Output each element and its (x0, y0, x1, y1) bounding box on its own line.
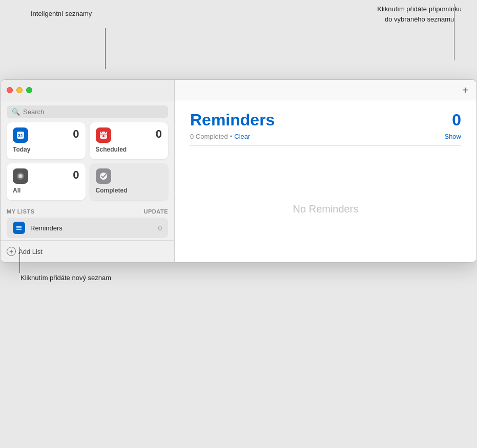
my-lists-title: My Lists (7, 208, 35, 215)
annotation-line-smart-lists (105, 28, 106, 69)
update-button[interactable]: UPDATE (144, 208, 168, 215)
smart-list-all[interactable]: 0 All (7, 163, 86, 200)
main-content: + Reminders 0 0 Completed • Clear Show N… (175, 80, 476, 262)
minimize-button[interactable] (16, 87, 23, 93)
my-lists-section: My Lists UPDATE Reminders 0 (1, 204, 174, 240)
sidebar: 🔍 31 0 Today (1, 80, 175, 262)
completed-bar: 0 Completed • Clear Show (190, 133, 461, 146)
list-item-reminders[interactable]: Reminders 0 (7, 218, 168, 238)
reminders-list-icon (13, 222, 25, 234)
completed-text: 0 Completed (190, 133, 228, 140)
empty-state: No Reminders (190, 156, 461, 262)
scheduled-count: 0 (156, 127, 162, 141)
list-count-reminders: 0 (158, 224, 162, 232)
completed-label: Completed (96, 187, 162, 194)
smart-list-completed[interactable]: Completed (90, 163, 169, 200)
add-list-label: Add List (18, 248, 43, 255)
all-count: 0 (73, 168, 79, 182)
reminders-title: Reminders (190, 111, 275, 130)
search-icon: 🔍 (12, 108, 20, 116)
app-window: 🔍 31 0 Today (0, 79, 477, 263)
smart-lists-grid: 31 0 Today (1, 122, 174, 204)
dot-separator: • (230, 133, 233, 140)
today-count: 0 (73, 127, 79, 141)
today-label: Today (13, 146, 79, 153)
show-button[interactable]: Show (444, 133, 461, 140)
titlebar (1, 80, 174, 100)
search-bar[interactable]: 🔍 (7, 105, 168, 118)
annotation-add-list: Kliknutím přidáte nový seznam (10, 268, 477, 287)
annotation-add-reminder: Kliknutím přidáte připomínku do vybranéh… (377, 4, 462, 24)
add-list-icon: + (7, 247, 16, 256)
clear-button[interactable]: Clear (234, 133, 250, 140)
annotation-line-add-list (19, 247, 20, 273)
main-header: Reminders 0 (190, 111, 461, 130)
smart-list-scheduled[interactable]: 0 Scheduled (90, 122, 169, 159)
add-list-button[interactable]: + Add List (7, 247, 43, 256)
svg-text:31: 31 (18, 133, 23, 138)
add-reminder-button[interactable]: + (462, 85, 468, 95)
annotation-smart-lists: Inteligentní seznamy (31, 9, 92, 18)
search-input[interactable] (23, 108, 163, 116)
close-button[interactable] (7, 87, 13, 93)
today-icon: 31 (13, 127, 28, 143)
annotation-line-add-reminder (454, 4, 454, 60)
completed-icon (96, 168, 111, 184)
main-body: Reminders 0 0 Completed • Clear Show No … (175, 100, 476, 262)
scheduled-icon (96, 127, 111, 143)
svg-point-8 (18, 174, 23, 178)
main-toolbar: + (175, 80, 476, 100)
svg-point-6 (102, 135, 105, 137)
scheduled-label: Scheduled (96, 146, 162, 153)
smart-list-today[interactable]: 31 0 Today (7, 122, 86, 159)
sidebar-footer: + Add List (1, 240, 174, 262)
all-label: All (13, 187, 79, 194)
my-lists-header: My Lists UPDATE (7, 208, 168, 215)
list-name-reminders: Reminders (30, 224, 153, 232)
all-icon (13, 168, 28, 184)
reminders-count: 0 (452, 111, 461, 130)
maximize-button[interactable] (26, 87, 32, 93)
